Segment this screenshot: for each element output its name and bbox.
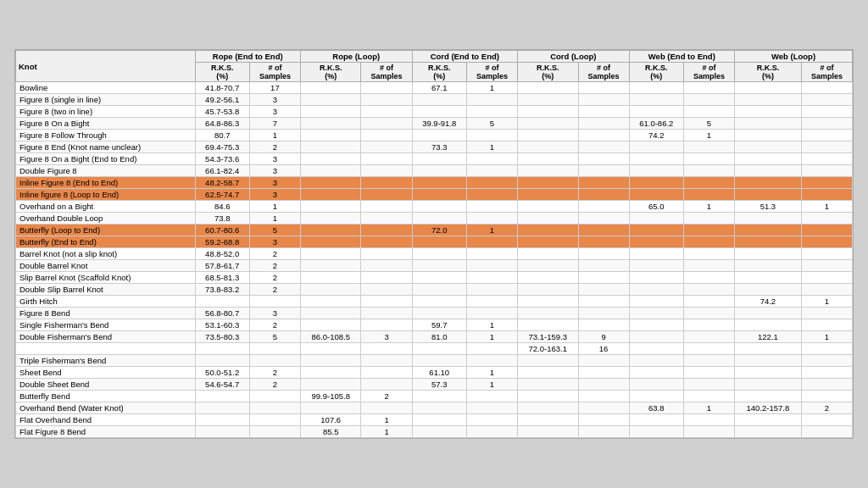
table-row: Inline figure 8 (Loop to End)62.5-74.73 xyxy=(16,189,853,201)
data-cell xyxy=(517,94,578,106)
data-cell xyxy=(629,343,683,355)
knot-name-cell: Butterfly (End to End) xyxy=(16,236,196,248)
data-cell xyxy=(629,213,683,225)
data-cell: 1 xyxy=(466,82,517,94)
data-cell xyxy=(517,141,578,153)
col-web-loop-header: Web (Loop) xyxy=(735,51,853,63)
data-cell: 73.8 xyxy=(195,213,249,225)
data-cell xyxy=(517,272,578,284)
data-cell xyxy=(578,225,629,236)
data-cell xyxy=(195,426,249,438)
table-row: Sheet Bend50.0-51.2261.101 xyxy=(16,367,853,379)
data-cell xyxy=(735,236,802,248)
data-cell xyxy=(683,106,734,118)
data-cell xyxy=(735,165,802,177)
data-cell xyxy=(361,284,412,296)
data-cell xyxy=(361,355,412,367)
data-cell: 2 xyxy=(801,402,852,414)
data-cell xyxy=(361,177,412,189)
data-cell xyxy=(195,355,249,367)
data-cell xyxy=(412,355,466,367)
data-cell xyxy=(629,426,683,438)
data-cell xyxy=(801,165,852,177)
data-cell xyxy=(466,130,517,141)
data-cell xyxy=(683,189,734,201)
data-cell: 62.5-74.7 xyxy=(195,189,249,201)
col-rope-loop-header: Rope (Loop) xyxy=(300,51,412,63)
data-cell: 73.3 xyxy=(412,141,466,153)
data-cell xyxy=(578,260,629,272)
data-cell xyxy=(735,367,802,379)
data-cell xyxy=(361,319,412,331)
data-cell xyxy=(361,343,412,355)
data-cell xyxy=(412,94,466,106)
data-cell xyxy=(300,402,361,414)
data-cell xyxy=(683,248,734,260)
data-cell xyxy=(195,391,249,402)
data-cell: 2 xyxy=(249,141,300,153)
data-cell xyxy=(629,379,683,391)
knot-name-cell: Figure 8 End (Knot name unclear) xyxy=(16,141,196,153)
table-row: Double Sheet Bend54.6-54.7257.31 xyxy=(16,379,853,391)
data-cell: 1 xyxy=(466,379,517,391)
data-cell xyxy=(466,165,517,177)
data-cell xyxy=(466,343,517,355)
sub-samples-cord-ee: # ofSamples xyxy=(466,63,517,82)
data-cell xyxy=(412,130,466,141)
sub-samples-cord-loop: # ofSamples xyxy=(578,63,629,82)
data-cell: 1 xyxy=(466,319,517,331)
data-cell xyxy=(629,319,683,331)
knot-data-table: Knot Rope (End to End) Rope (Loop) Cord … xyxy=(15,50,853,438)
data-cell xyxy=(412,296,466,308)
data-cell: 3 xyxy=(249,189,300,201)
data-cell xyxy=(735,82,802,94)
data-cell xyxy=(735,177,802,189)
data-cell xyxy=(683,319,734,331)
data-cell xyxy=(683,331,734,343)
knot-name-cell: Figure 8 Bend xyxy=(16,308,196,319)
data-cell xyxy=(466,426,517,438)
data-cell xyxy=(629,82,683,94)
knot-name-cell: Flat Overhand Bend xyxy=(16,414,196,426)
data-cell xyxy=(361,165,412,177)
data-cell xyxy=(517,225,578,236)
data-cell: 39.9-91.8 xyxy=(412,118,466,130)
data-cell xyxy=(517,248,578,260)
data-cell: 1 xyxy=(801,296,852,308)
data-cell: 51.3 xyxy=(735,201,802,213)
data-cell xyxy=(300,379,361,391)
table-row: Butterfly Bend99.9-105.82 xyxy=(16,391,853,402)
data-cell: 67.1 xyxy=(412,82,466,94)
data-cell xyxy=(466,201,517,213)
data-cell: 61.10 xyxy=(412,367,466,379)
data-cell xyxy=(517,213,578,225)
data-cell xyxy=(361,82,412,94)
table-row: Double Slip Barrel Knot73.8-83.22 xyxy=(16,284,853,296)
data-cell xyxy=(629,367,683,379)
data-cell xyxy=(801,189,852,201)
knot-name-cell: Sheet Bend xyxy=(16,367,196,379)
data-cell: 1 xyxy=(249,201,300,213)
data-cell xyxy=(683,343,734,355)
data-cell xyxy=(735,130,802,141)
data-cell: 56.8-80.7 xyxy=(195,308,249,319)
data-cell xyxy=(735,94,802,106)
data-cell xyxy=(517,284,578,296)
data-cell xyxy=(412,165,466,177)
data-cell: 3 xyxy=(249,106,300,118)
data-cell xyxy=(361,94,412,106)
data-cell xyxy=(801,248,852,260)
data-cell xyxy=(629,308,683,319)
data-cell xyxy=(466,272,517,284)
data-cell xyxy=(412,426,466,438)
data-cell xyxy=(683,379,734,391)
data-cell xyxy=(578,248,629,260)
table-row: Triple Fisherman's Bend xyxy=(16,355,853,367)
data-cell: 1 xyxy=(361,414,412,426)
data-cell: 3 xyxy=(249,94,300,106)
data-cell xyxy=(517,414,578,426)
data-cell xyxy=(517,391,578,402)
knot-name-cell: Overhand Double Loop xyxy=(16,213,196,225)
table-row: Double Figure 866.1-82.43 xyxy=(16,165,853,177)
data-cell: 5 xyxy=(683,118,734,130)
